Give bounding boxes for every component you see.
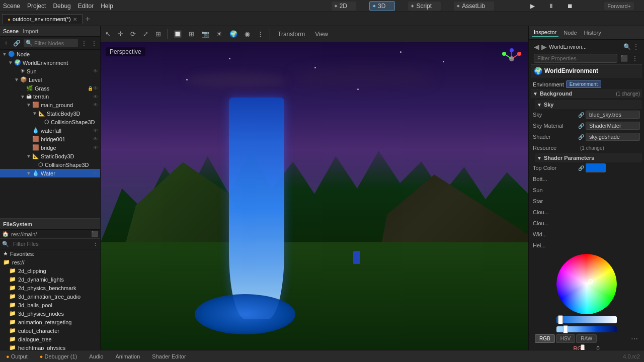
viewport-canvas[interactable]: Perspective	[101, 42, 528, 350]
shader-editor-tab[interactable]: Shader Editor	[150, 352, 188, 360]
tree-item-collisionshape3d[interactable]: ⬡CollisionShape3D	[0, 160, 100, 169]
tree-item-grass[interactable]: 🌿Grass🔒👁	[0, 84, 100, 93]
tree-item-bridge001[interactable]: 🟫bridge001👁	[0, 135, 100, 143]
insp-prev-btn[interactable]: ◀	[534, 43, 539, 51]
fs-search-input[interactable]	[11, 240, 93, 248]
tree-item-level[interactable]: ▼📦Level	[0, 75, 100, 84]
vt-light-btn[interactable]: ☀	[214, 29, 225, 39]
inspector-filter-input[interactable]	[534, 54, 617, 63]
tree-arrow-14[interactable]: ▼	[26, 170, 31, 176]
audio-tab[interactable]: Audio	[87, 352, 105, 360]
hue-bar[interactable]	[556, 326, 617, 332]
fs-item-dialogue_tree[interactable]: 📁dialogue_tree	[0, 335, 100, 343]
color-mode-raw[interactable]: RAW	[576, 334, 597, 343]
mode-assetlib-btn[interactable]: ✦ AssetLib	[454, 2, 494, 11]
eye-icon[interactable]: 👁	[93, 170, 98, 176]
tree-arrow-6[interactable]: ▼	[26, 102, 31, 108]
fs-item-2d_dynamic_lights[interactable]: 📁2d_dynamic_lights	[0, 275, 100, 284]
output-tab[interactable]: ● Output	[4, 352, 30, 360]
fs-dock-btn[interactable]: ⬛	[91, 231, 98, 237]
fs-favorites[interactable]: ★ Favorites:	[0, 249, 100, 258]
tree-item-collisionshape3d[interactable]: ⬡CollisionShape3D	[0, 118, 100, 126]
vt-grid-btn[interactable]: ⊞	[186, 29, 197, 39]
vt-select-tool[interactable]: ↖	[103, 29, 113, 39]
play-btn[interactable]: ▶	[530, 3, 535, 10]
color-wheel[interactable]	[556, 254, 617, 314]
stop-btn[interactable]: ⏹	[567, 3, 573, 10]
scene-tab-scene[interactable]: Scene	[3, 28, 19, 34]
fs-item-2d_clipping[interactable]: 📁2d_clipping	[0, 266, 100, 275]
color-mode-rgb[interactable]: RGB	[535, 334, 555, 343]
menu-debug[interactable]: Debug	[53, 3, 70, 10]
fs-more-btn[interactable]: ⋮	[93, 241, 98, 247]
eye-icon[interactable]: 👁	[93, 102, 98, 108]
vt-env-btn[interactable]: 🌍	[227, 29, 240, 39]
menu-editor[interactable]: Editor	[78, 3, 94, 10]
tree-item-main_ground[interactable]: ▼🟫main_ground👁	[0, 101, 100, 109]
fs-item-2d_physics_benchmark[interactable]: 📁2d_physics_benchmark	[0, 284, 100, 292]
vt-camera-btn[interactable]: 📷	[199, 29, 212, 39]
tree-arrow-7[interactable]: ▼	[32, 111, 37, 116]
tree-item-staticbody3d[interactable]: ▼📐StaticBody3D	[0, 152, 100, 160]
play-mode-btn[interactable]: Forward+	[604, 2, 634, 10]
inspector-tab-node[interactable]: Node	[561, 29, 579, 37]
tree-item-terrain[interactable]: ▼🏔terrain👁	[0, 93, 100, 101]
menu-project[interactable]: Project	[27, 3, 46, 10]
eye-icon[interactable]: 👁	[93, 94, 98, 100]
shader-params-header[interactable]: ▼ Shader Parameters	[535, 153, 642, 162]
tree-arrow-12[interactable]: ▼	[26, 153, 31, 159]
eye-icon[interactable]: 👁	[93, 128, 98, 133]
mode-3d-btn[interactable]: ✦ 3D	[369, 1, 395, 11]
tab-add-btn[interactable]: +	[86, 15, 90, 24]
brightness-thumb[interactable]	[558, 315, 563, 324]
fs-item-3d_physics_nodes[interactable]: 📁3d_physics_nodes	[0, 309, 100, 318]
sky-material-value-btn[interactable]: ShaderMater	[586, 122, 640, 130]
inspector-tab-inspector[interactable]: Inspector	[532, 28, 558, 37]
sky-section-header[interactable]: ▼ Sky	[535, 100, 642, 109]
tab-outdoor[interactable]: ● outdoor_environment(*) ✕	[2, 14, 83, 24]
fs-item-heightmap_physics[interactable]: 📁heightmap_physics	[0, 343, 100, 350]
fs-item-animation_retargeting[interactable]: 📁animation_retargeting	[0, 318, 100, 326]
tree-item-node[interactable]: ▼🔵Node	[0, 50, 100, 58]
tree-arrow-0[interactable]: ▼	[2, 51, 7, 57]
insp-icons-2[interactable]: ⋮	[633, 43, 639, 50]
vt-move-tool[interactable]: ✛	[115, 29, 126, 39]
scene-search-input[interactable]	[34, 40, 74, 46]
inspector-tab-history[interactable]: History	[582, 29, 603, 37]
eye-icon[interactable]: 👁	[93, 68, 98, 74]
hue-thumb[interactable]	[563, 325, 568, 333]
debugger-tab[interactable]: ● Debugger (1)	[38, 352, 79, 360]
more-options-btn[interactable]: ⋮	[90, 39, 98, 48]
scene-tab-import[interactable]: Import	[23, 28, 38, 34]
color-mode-hsv[interactable]: HSV	[556, 334, 576, 343]
fs-item-cutout_character[interactable]: 📁cutout_character	[0, 326, 100, 335]
vt-scale-tool[interactable]: ⤢	[140, 29, 151, 39]
tree-item-staticbody3d[interactable]: ▼📐StaticBody3D	[0, 109, 100, 118]
mode-script-btn[interactable]: ✦ Script	[408, 2, 441, 11]
animation-tab[interactable]: Animation	[113, 352, 142, 360]
vt-all-tool[interactable]: ⊞	[153, 29, 164, 39]
mode-2d-btn[interactable]: ✦ 2D	[332, 2, 356, 11]
vt-rotate-tool[interactable]: ⟳	[128, 29, 138, 39]
env-btn-env[interactable]: Environment	[566, 80, 601, 88]
top-color-swatch[interactable]	[586, 163, 606, 172]
scene-filter[interactable]: 🔍	[24, 39, 78, 47]
tree-arrow-3[interactable]: ▼	[14, 77, 19, 82]
insp-icon-2[interactable]: ⋮	[631, 54, 639, 63]
vt-more-btn[interactable]: ⋮	[255, 29, 266, 39]
insp-next-btn[interactable]: ▶	[541, 43, 547, 51]
brightness-bar[interactable]	[556, 316, 617, 323]
vt-snap-btn[interactable]: 🔲	[171, 29, 184, 39]
insp-icons-1[interactable]: 🔍	[623, 43, 631, 50]
eye-icon[interactable]: 👁	[93, 136, 98, 142]
add-node-btn[interactable]: ＋	[2, 38, 10, 48]
sort-nodes-btn[interactable]: ⋮	[80, 39, 88, 48]
tree-arrow-1[interactable]: ▼	[8, 60, 13, 65]
link-node-btn[interactable]: 🔗	[12, 39, 22, 48]
tree-item-water[interactable]: ▼💧Water👁	[0, 169, 100, 177]
menu-scene[interactable]: Scene	[3, 3, 20, 10]
insp-icon-1[interactable]: ⬛	[619, 54, 629, 63]
fs-res-root[interactable]: 📁 res://	[0, 258, 100, 266]
sky-value-btn[interactable]: blue_sky.tres	[586, 111, 640, 119]
tree-item-bridge[interactable]: 🟫bridge👁	[0, 143, 100, 152]
